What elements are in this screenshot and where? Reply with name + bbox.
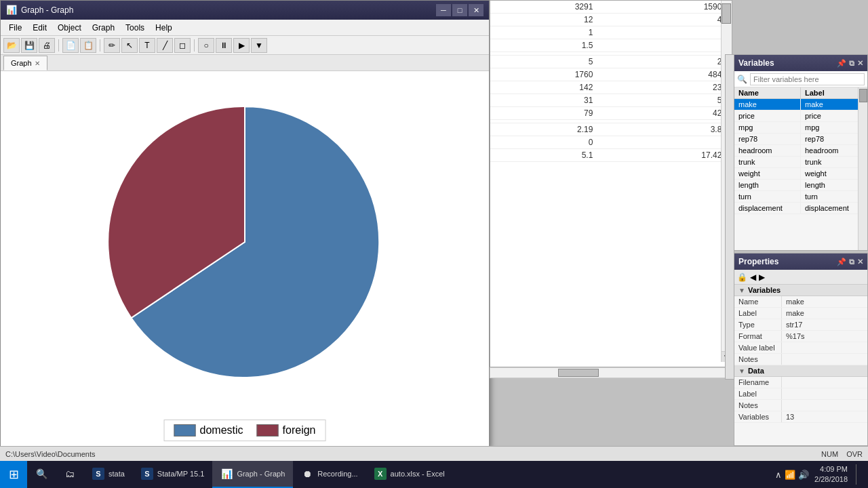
prop-close-icon[interactable]: ✕	[857, 258, 863, 266]
taskbar-taskview[interactable]: 🗂	[56, 461, 84, 488]
toolbar-dropdown[interactable]: ▼	[251, 38, 267, 53]
prop-pin-icon[interactable]: 📌	[837, 258, 846, 266]
legend-foreign: foreign	[257, 424, 316, 436]
expand-variables-icon[interactable]: ▼	[738, 287, 745, 294]
variable-row[interactable]: headroomheadroom	[734, 145, 867, 157]
expand-data-icon[interactable]: ▼	[738, 367, 745, 375]
tray-volume-icon[interactable]: 🔊	[798, 470, 809, 480]
prop-name-row: Name make	[734, 296, 867, 308]
data-grid-cell: 17.425	[598, 149, 732, 162]
variables-scrollbar[interactable]	[858, 87, 867, 250]
lock-icon[interactable]: 🔒	[737, 272, 747, 282]
taskbar-recording-item[interactable]: ⏺ Recording...	[293, 461, 366, 488]
prop-filename-row: Filename	[734, 377, 867, 388]
prop-variables-count-value: 13	[782, 411, 867, 422]
prop-float-icon[interactable]: ⧉	[849, 258, 854, 266]
close-button[interactable]: ✕	[469, 4, 484, 16]
taskbar-recording-label: Recording...	[317, 470, 357, 478]
variable-row[interactable]: lengthlength	[734, 180, 867, 191]
panel-float-icon[interactable]: ⧉	[849, 59, 854, 68]
data-grid: 3291159061241151.55523176048401422333151…	[490, 1, 732, 162]
menu-tools[interactable]: Tools	[120, 22, 150, 34]
show-desktop-button[interactable]	[856, 464, 860, 485]
taskbar-graph-item[interactable]: 📊 Graph - Graph	[212, 461, 293, 488]
status-path: C:\Users\Video\Documents	[5, 450, 95, 458]
minimize-button[interactable]: ─	[436, 4, 451, 16]
toolbar-paste[interactable]: 📋	[80, 38, 96, 53]
variable-row[interactable]: weightweight	[734, 168, 867, 180]
toolbar-save[interactable]: 💾	[21, 38, 37, 53]
prop-filename-label: Filename	[734, 377, 782, 388]
variables-panel-header: Variables 📌 ⧉ ✕	[734, 55, 867, 71]
prop-variables-section: ▼ Variables	[734, 285, 867, 296]
variable-row[interactable]: displacementdisplacement	[734, 203, 867, 214]
toolbar-edit-mode[interactable]: ✏	[104, 38, 120, 53]
toolbar-circle[interactable]: ○	[198, 38, 214, 53]
window-app-icon: 📊	[6, 5, 17, 16]
filter-variables-input[interactable]	[750, 73, 865, 85]
data-grid-row: 1241	[490, 14, 732, 26]
toolbar-arrow[interactable]: ↖	[121, 38, 138, 53]
stata-icon: S	[92, 468, 104, 480]
toolbar-pause[interactable]: ⏸	[216, 38, 232, 53]
toolbar-line[interactable]: ╱	[157, 38, 173, 53]
prop-label-row: Label make	[734, 308, 867, 319]
prop-back-icon[interactable]: ◀	[750, 272, 756, 282]
status-indicators: NUM OVR	[821, 450, 863, 458]
taskbar-search[interactable]: 🔍	[27, 461, 56, 488]
tab-graph[interactable]: Graph ✕	[3, 56, 47, 70]
variable-row[interactable]: mpgmpg	[734, 122, 867, 134]
data-grid-cell: 142	[490, 81, 598, 94]
data-grid-cell: 1	[490, 26, 598, 39]
taskbar-stataMP-label: Stata/MP 15.1	[157, 470, 205, 478]
taskbar-stataMP-item[interactable]: S Stata/MP 15.1	[133, 461, 213, 488]
desktop: 📊 Graph - Graph ─ □ ✕ File Edit Object G…	[0, 0, 868, 446]
toolbar-marker[interactable]: ◻	[174, 38, 191, 53]
data-grid-row: 15	[490, 26, 732, 39]
menu-help[interactable]: Help	[150, 22, 178, 34]
stataMP-icon: S	[141, 468, 153, 480]
panel-splitter[interactable]	[725, 54, 734, 380]
data-grid-cell: 5	[598, 26, 732, 39]
variables-col-headers: Name Label	[734, 87, 867, 99]
tray-network-icon[interactable]: 📶	[785, 470, 795, 480]
variable-row[interactable]: makemake	[734, 99, 867, 110]
data-grid-row: 5.117.425	[490, 149, 732, 162]
variable-row[interactable]: priceprice	[734, 110, 867, 122]
taskbar-stata-icon[interactable]: S stata	[84, 461, 133, 488]
toolbar-print[interactable]: 🖨	[39, 38, 55, 53]
toolbar-copy[interactable]: 📄	[62, 38, 79, 53]
data-grid-row: 01	[490, 136, 732, 149]
taskbar-excel-item[interactable]: X auto.xlsx - Excel	[366, 461, 453, 488]
toolbar-play[interactable]: ▶	[233, 38, 250, 53]
data-grid-cell: 1.5	[490, 39, 598, 52]
menu-file[interactable]: File	[3, 22, 27, 34]
menu-edit[interactable]: Edit	[27, 22, 52, 34]
variables-list: makemakepricepricempgmpgrep78rep78headro…	[734, 99, 867, 214]
panel-close-icon[interactable]: ✕	[857, 59, 863, 68]
clock[interactable]: 4:09 PM 2/28/2018	[814, 464, 848, 485]
clock-date: 2/28/2018	[814, 474, 848, 485]
menu-object[interactable]: Object	[52, 22, 87, 34]
data-grid-cell: 12	[490, 14, 598, 26]
tab-close-icon[interactable]: ✕	[35, 60, 40, 67]
variable-row[interactable]: trunktrunk	[734, 157, 867, 168]
variables-panel-title: Variables	[738, 58, 774, 68]
legend-domestic-box	[174, 424, 196, 436]
pin-icon[interactable]: 📌	[837, 59, 846, 68]
start-button[interactable]: ⊞	[0, 461, 27, 488]
prop-forward-icon[interactable]: ▶	[759, 272, 765, 282]
prop-datanotes-value	[782, 400, 867, 411]
maximize-button[interactable]: □	[452, 4, 467, 16]
data-hscrollbar[interactable]	[490, 367, 732, 378]
scrollbar-thumb	[722, 3, 731, 24]
toolbar-text[interactable]: T	[139, 38, 155, 53]
tray-up-icon[interactable]: ∧	[775, 470, 782, 480]
prop-toolbar: 🔒 ◀ ▶	[734, 270, 867, 285]
prop-type-value: str17	[782, 319, 867, 330]
toolbar-open[interactable]: 📂	[3, 38, 20, 53]
variable-row[interactable]: turnturn	[734, 191, 867, 203]
variable-row[interactable]: rep78rep78	[734, 134, 867, 145]
menu-graph[interactable]: Graph	[87, 22, 120, 34]
toolbar: 📂 💾 🖨 📄 📋 ✏ ↖ T ╱ ◻ ○ ⏸ ▶ ▼	[1, 36, 489, 55]
